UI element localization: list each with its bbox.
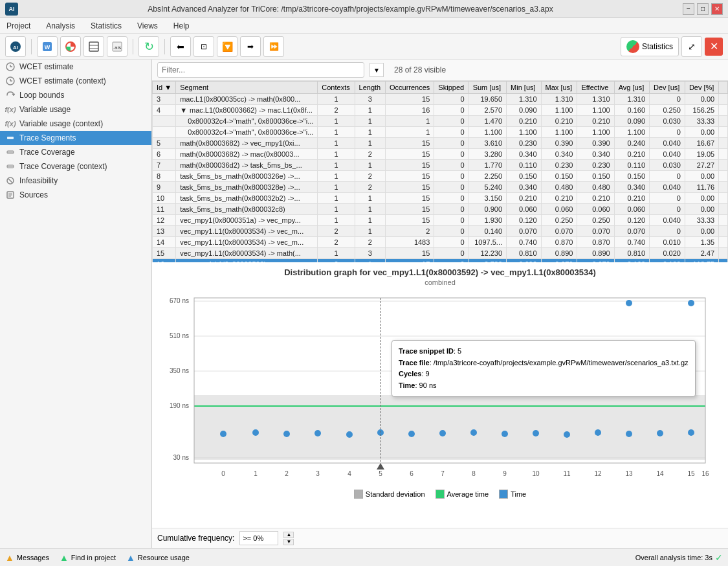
table-row[interactable]: 12 vec_mpy1(0x8000351a) -> vec_mpy... 1 … [153,215,728,226]
table-row[interactable]: 6 math(0x80003682) -> mac(0x80003... 1 2… [153,149,728,160]
cell-avg: 0.150 [614,171,649,182]
svg-text:15: 15 [687,470,695,477]
bottom-resource[interactable]: ▲ Resource usage [126,552,190,563]
table-row[interactable]: 13 vec_mpy1.L1(0x80003534) -> vec_m... 2… [153,226,728,237]
table-row[interactable]: 9 task_5ms_bs_math(0x8000328e) ->... 1 2… [153,182,728,193]
col-header-eff[interactable]: Effective [577,82,614,94]
cell-len: 2 [355,171,385,182]
cell-avg: 0.210 [614,193,649,204]
statistics-button[interactable]: Statistics [621,37,679,56]
cell-ctx: 1 [318,215,355,226]
close-button[interactable]: ✕ [711,3,723,15]
toolbar-select-btn[interactable]: ⊡ [193,36,214,57]
svg-text:7: 7 [441,470,445,477]
cell-len: 2 [355,237,385,248]
cell-extra [719,105,728,116]
cell-extra [719,149,728,160]
minimize-button[interactable]: − [683,3,694,15]
filter-dropdown-btn[interactable]: ▼ [370,63,384,77]
toolbar-logo-btn[interactable]: AI [5,36,26,57]
cell-occ: 15 [386,193,434,204]
toolbar-wcet-btn[interactable]: W [37,36,58,57]
sidebar-item-sources[interactable]: Sources [0,188,151,202]
menu-project[interactable]: Project [3,20,34,32]
table-row[interactable]: 3 mac.L1(0x800035cc) -> math(0x800... 1 … [153,94,728,105]
col-header-skip[interactable]: Skipped [434,82,469,94]
cell-devp: 19.05 [685,149,718,160]
table-row[interactable]: 7 math(0x800036d2) -> task_5ms_bs_... 1 … [153,160,728,171]
menu-views[interactable]: Views [133,20,162,32]
bottom-find[interactable]: ▲ Find in project [60,552,116,563]
menu-help[interactable]: Help [170,20,193,32]
cell-max: 0.870 [541,237,577,248]
sidebar-item-var[interactable]: f(x) Variable usage [0,102,151,117]
cell-sum: 1.470 [469,116,506,127]
freq-down-btn[interactable]: ▼ [283,539,294,545]
messages-label: Messages [17,554,49,561]
tooltip-snippet-id: 5 [458,347,461,355]
table-row[interactable]: 10 task_5ms_bs_math(0x800032b2) ->... 1 … [153,193,728,204]
table-row[interactable]: 0x800032c4->"math", 0x800036ce->"i... 1 … [153,116,728,127]
cell-id: 4 [153,105,176,116]
toolbar-prev-btn[interactable]: ⬅ [170,36,191,57]
filter-input[interactable] [157,62,364,78]
freq-input[interactable] [239,531,278,545]
col-header-dev[interactable]: Dev [us] [650,82,685,94]
cell-dev: 0 [650,94,685,105]
col-header-occ[interactable]: Occurrences [386,82,434,94]
col-header-id[interactable]: Id ▼ [153,82,176,94]
bottom-messages[interactable]: ▲ Messages [5,552,49,563]
maximize-button[interactable]: □ [697,3,709,15]
table-row[interactable]: 4 ▼mac.L1(0x80003662) -> mac.L1(0x8f... … [153,105,728,116]
menu-statistics[interactable]: Statistics [87,20,126,32]
table-row[interactable]: 14 vec_mpy1.L1(0x80003534) -> vec_m... 2… [153,237,728,248]
cell-max: 0.210 [541,116,577,127]
sidebar-item-infeasibility[interactable]: Infeasibility [0,174,151,188]
col-header-ctx[interactable]: Contexts [318,82,355,94]
toolbar-close-btn[interactable]: ✕ [705,38,723,56]
chart-legend: Standard deviation Average time Time [157,490,723,499]
freq-spinner[interactable]: ▲ ▼ [283,532,294,545]
toolbar-forward-btn[interactable]: ⏩ [263,36,284,57]
sidebar-item-wcet-ctx[interactable]: WCET estimate (context) [0,74,151,88]
col-header-seg[interactable]: Segment [176,82,318,94]
sidebar-item-wcet[interactable]: WCET estimate [0,60,151,74]
table-row[interactable]: 8 task_5ms_bs_math(0x8000326e) ->... 1 2… [153,171,728,182]
toolbar-ais-btn[interactable]: .ais [107,36,127,57]
toolbar-chart-btn[interactable] [60,36,81,57]
sidebar-item-loop[interactable]: Loop bounds [0,88,151,102]
toolbar-filter-btn[interactable]: 🔽 [217,36,237,57]
statistics-label: Statistics [642,42,673,51]
sidebar-item-trace-cov-ctx[interactable]: Trace Coverage (context) [0,159,151,174]
tooltip-cycles: 9 [426,370,430,378]
toolbar-refresh-btn[interactable]: ↻ [138,36,159,57]
cell-occ: 15 [386,171,434,182]
cell-min: 1.310 [507,94,542,105]
table-container[interactable]: Id ▼ Segment Contexts Length Occurrences… [152,81,728,262]
menu-analysis[interactable]: Analysis [42,20,79,32]
sidebar-item-trace-cov[interactable]: Trace Coverage [0,145,151,159]
toolbar-export-btn[interactable]: ➡ [240,36,261,57]
table-row[interactable]: 0x800032c4->"math", 0x800036ce->"i... 1 … [153,127,728,138]
cell-min: 0.060 [507,204,542,215]
col-header-max[interactable]: Max [us] [541,82,577,94]
table-row[interactable]: 11 task_5ms_bs_math(0x800032c8) 1 1 15 0… [153,204,728,215]
cell-len: 1 [355,105,385,116]
table-row[interactable]: 5 math(0x80003682) -> vec_mpy1(0xi... 1 … [153,138,728,149]
cell-dev: 0.030 [650,116,685,127]
col-header-sum[interactable]: Sum [us] [469,82,506,94]
freq-up-btn[interactable]: ▲ [283,532,294,538]
toolbar-expand-btn[interactable]: ⤢ [681,36,702,57]
col-header-len[interactable]: Length [355,82,385,94]
table-row[interactable]: 15 vec_mpy1.L1(0x80003534) -> math(... 1… [153,248,728,259]
cell-occ: 1 [386,116,434,127]
cell-avg: 0.090 [614,116,649,127]
col-header-min[interactable]: Min [us] [507,82,542,94]
sidebar-item-trace-seg[interactable]: Trace Segments [0,131,151,145]
toolbar-table-btn[interactable] [83,36,104,57]
col-header-devp[interactable]: Dev [%] [685,82,718,94]
tooltip-snippet-label: Trace snippet ID [399,347,454,355]
sidebar-item-var-ctx[interactable]: f(x) Variable usage (context) [0,117,151,131]
cell-len: 1 [355,138,385,149]
col-header-avg[interactable]: Avg [us] [614,82,649,94]
